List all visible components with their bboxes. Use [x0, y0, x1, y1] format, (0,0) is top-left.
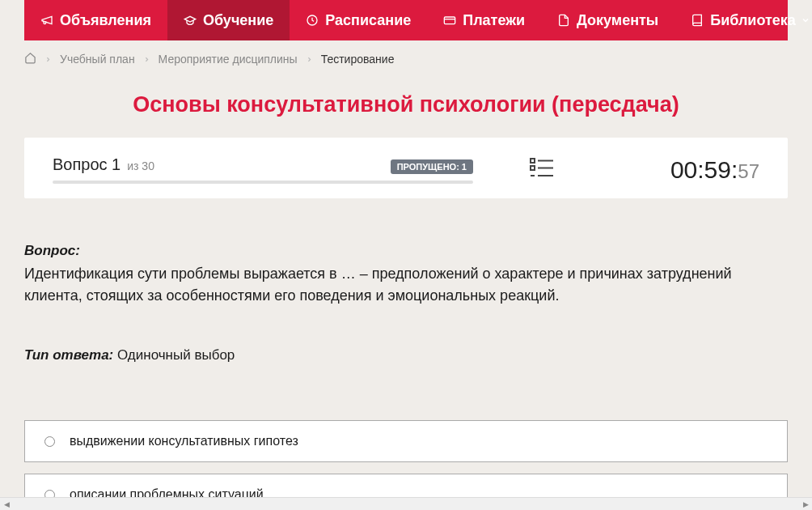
question-label: Вопрос: — [24, 243, 788, 259]
answer-type: Тип ответа: Одиночный выбор — [24, 347, 788, 363]
chevron-right-icon — [306, 53, 313, 66]
skipped-badge: ПРОПУЩЕНО: 1 — [391, 159, 473, 174]
nav-label: Объявления — [60, 12, 151, 29]
radio-icon — [44, 490, 55, 498]
nav-education[interactable]: Обучение — [167, 0, 290, 40]
breadcrumb-curriculum[interactable]: Учебный план — [60, 53, 135, 66]
timer-main: 00:59: — [670, 156, 738, 184]
chevron-down-icon — [801, 12, 810, 29]
answer-text: выдвижении консультативных гипотез — [70, 434, 298, 448]
main-nav: Объявления Обучение Расписание Платежи Д… — [24, 0, 788, 40]
nav-label: Обучение — [203, 12, 273, 29]
answer-text: описании проблемных ситуаций — [70, 487, 264, 497]
answer-option[interactable]: выдвижении консультативных гипотез — [24, 420, 788, 462]
timer: 00:59:57 — [670, 156, 759, 184]
breadcrumb: Учебный план Мероприятие дисциплины Тест… — [0, 40, 812, 78]
nav-schedule[interactable]: Расписание — [290, 0, 427, 40]
nav-announcements[interactable]: Объявления — [24, 0, 167, 40]
graduation-cap-icon — [184, 14, 197, 27]
book-icon — [691, 14, 704, 27]
question-text: Идентификация сути проблемы выражается в… — [24, 263, 788, 307]
status-bar: Вопрос 1 из 30 ПРОПУЩЕНО: 1 00:59:57 — [24, 138, 788, 198]
timer-seconds: 57 — [738, 160, 759, 183]
answer-option[interactable]: описании проблемных ситуаций — [24, 474, 788, 497]
svg-rect-1 — [445, 17, 455, 24]
nav-label: Платежи — [463, 12, 525, 29]
question-number: Вопрос 1 — [53, 155, 121, 174]
answer-type-label: Тип ответа: — [24, 347, 113, 363]
megaphone-icon — [40, 14, 53, 27]
question-section: Вопрос: Идентификация сути проблемы выра… — [0, 198, 812, 388]
chevron-right-icon — [44, 53, 52, 66]
radio-icon — [44, 436, 55, 447]
horizontal-scrollbar[interactable]: ◀ ▶ — [0, 497, 812, 510]
question-total: из 30 — [127, 159, 154, 172]
breadcrumb-discipline-event[interactable]: Мероприятие дисциплины — [159, 53, 298, 66]
scroll-left-icon[interactable]: ◀ — [0, 498, 13, 511]
answer-type-value: Одиночный выбор — [113, 347, 235, 363]
scroll-right-icon[interactable]: ▶ — [799, 498, 812, 511]
nav-label: Библиотека — [710, 12, 796, 29]
nav-label: Документы — [577, 12, 658, 29]
progress-bar — [53, 181, 473, 184]
nav-payments[interactable]: Платежи — [427, 0, 541, 40]
nav-documents[interactable]: Документы — [541, 0, 675, 40]
scrollbar-track[interactable] — [13, 498, 799, 511]
credit-card-icon — [443, 14, 456, 27]
home-icon[interactable] — [24, 52, 36, 66]
svg-rect-4 — [531, 166, 535, 170]
chevron-right-icon — [143, 53, 150, 66]
nav-library[interactable]: Библиотека — [675, 0, 812, 40]
breadcrumb-current: Тестирование — [321, 53, 395, 66]
clock-icon — [306, 14, 319, 27]
page-title: Основы консультативной психологии (перес… — [0, 92, 812, 117]
svg-rect-2 — [531, 159, 535, 163]
nav-label: Расписание — [325, 12, 411, 29]
document-icon — [557, 14, 570, 27]
answers-list: выдвижении консультативных гипотез описа… — [0, 388, 812, 497]
question-list-icon[interactable] — [530, 158, 554, 182]
